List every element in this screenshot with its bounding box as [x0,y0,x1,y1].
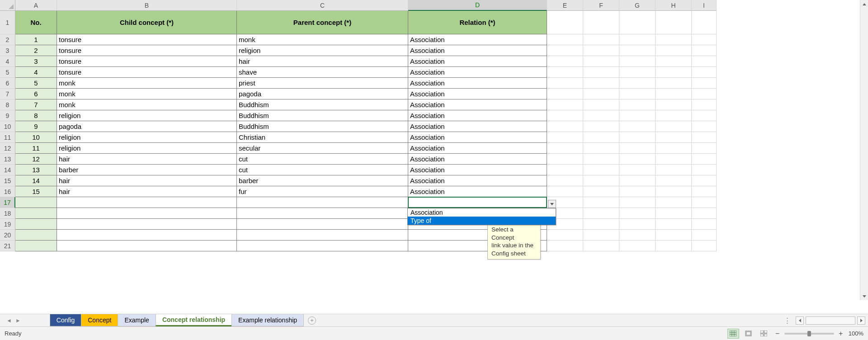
data-cell-r12-c5[interactable] [583,154,619,165]
data-cell-r11-c4[interactable] [547,143,583,154]
data-cell-r12-c2[interactable]: cut [237,154,408,165]
vertical-scrollbar[interactable] [860,0,868,300]
select-all-corner[interactable] [0,0,15,11]
empty-cell-r16-c6[interactable] [619,197,656,208]
data-cell-r5-c6[interactable] [619,78,656,89]
cell[interactable] [547,11,583,34]
data-cell-r9-c7[interactable] [656,121,692,132]
cell[interactable] [619,11,656,34]
data-cell-r4-c5[interactable] [583,67,619,78]
data-cell-r1-c4[interactable] [547,34,583,45]
tab-config[interactable]: Config [50,314,81,326]
hscroll-right-button[interactable] [857,316,865,325]
data-cell-r3-c8[interactable] [692,56,717,67]
data-cell-r15-c3[interactable]: Association [408,186,547,197]
data-cell-r3-c2[interactable]: hair [237,56,408,67]
empty-cell-r19-c1[interactable] [57,230,237,241]
tab-concept-relationship[interactable]: Concept relationship [156,314,232,326]
data-cell-r15-c8[interactable] [692,186,717,197]
empty-cell-r16-c1[interactable] [57,197,237,208]
data-cell-r14-c1[interactable]: hair [57,175,237,186]
data-cell-r1-c0[interactable]: 1 [15,34,57,45]
empty-cell-r20-c4[interactable] [547,241,583,251]
data-cell-r10-c7[interactable] [656,132,692,143]
empty-cell-r18-c0[interactable] [15,219,57,230]
tab-nav-prev-icon[interactable]: ◄ [6,317,12,324]
data-cell-r1-c6[interactable] [619,34,656,45]
data-cell-r8-c8[interactable] [692,110,717,121]
data-cell-r10-c4[interactable] [547,132,583,143]
row-header-18[interactable]: 18 [0,208,15,219]
data-cell-r2-c6[interactable] [619,45,656,56]
tab-nav-next-icon[interactable]: ► [15,317,21,324]
data-cell-r2-c8[interactable] [692,45,717,56]
data-cell-r13-c7[interactable] [656,165,692,175]
data-cell-r11-c2[interactable]: secular [237,143,408,154]
data-cell-r12-c1[interactable]: hair [57,154,237,165]
column-header-B[interactable]: B [57,0,237,11]
data-cell-r14-c6[interactable] [619,175,656,186]
data-cell-r9-c1[interactable]: pagoda [57,121,237,132]
row-header-10[interactable]: 10 [0,121,15,132]
data-cell-r5-c5[interactable] [583,78,619,89]
data-cell-r9-c6[interactable] [619,121,656,132]
zoom-out-button[interactable]: − [774,330,782,338]
data-cell-r15-c7[interactable] [656,186,692,197]
empty-cell-r20-c8[interactable] [692,241,717,251]
data-cell-r14-c3[interactable]: Association [408,175,547,186]
data-cell-r6-c5[interactable] [583,89,619,99]
data-cell-r4-c0[interactable]: 4 [15,67,57,78]
data-cell-r5-c2[interactable]: priest [237,78,408,89]
empty-cell-r19-c4[interactable] [547,230,583,241]
cell[interactable] [692,11,717,34]
data-cell-r15-c0[interactable]: 15 [15,186,57,197]
empty-cell-r16-c8[interactable] [692,197,717,208]
column-header-E[interactable]: E [547,0,583,11]
data-cell-r9-c5[interactable] [583,121,619,132]
data-cell-r14-c4[interactable] [547,175,583,186]
data-cell-r1-c8[interactable] [692,34,717,45]
empty-cell-r17-c1[interactable] [57,208,237,219]
data-cell-r4-c6[interactable] [619,67,656,78]
data-cell-r7-c4[interactable] [547,99,583,110]
zoom-track[interactable] [784,333,834,335]
data-cell-r6-c2[interactable]: pagoda [237,89,408,99]
data-cell-r9-c3[interactable]: Association [408,121,547,132]
data-cell-r5-c1[interactable]: monk [57,78,237,89]
empty-cell-r16-c2[interactable] [237,197,408,208]
row-header-14[interactable]: 14 [0,165,15,175]
zoom-percent-label[interactable]: 100% [849,330,863,337]
tab-concept[interactable]: Concept [81,314,118,326]
data-cell-r13-c3[interactable]: Association [408,165,547,175]
tab-example-relationship[interactable]: Example relationship [231,314,304,326]
validation-dropdown-list[interactable]: AssociationType of [407,208,556,225]
data-cell-r12-c0[interactable]: 12 [15,154,57,165]
header-cell-3[interactable]: Relation (*) [408,11,547,34]
row-header-1[interactable]: 1 [0,11,15,34]
validation-dropdown-button[interactable] [548,200,556,208]
dropdown-option-0[interactable]: Association [408,208,556,217]
data-cell-r15-c2[interactable]: fur [237,186,408,197]
data-cell-r10-c5[interactable] [583,132,619,143]
row-header-17[interactable]: 17 [0,197,15,208]
zoom-thumb[interactable] [807,331,811,336]
data-cell-r13-c6[interactable] [619,165,656,175]
row-header-12[interactable]: 12 [0,143,15,154]
data-cell-r6-c6[interactable] [619,89,656,99]
empty-cell-r17-c8[interactable] [692,208,717,219]
view-normal-button[interactable] [727,329,739,339]
zoom-in-button[interactable]: + [837,330,845,338]
empty-cell-r16-c5[interactable] [583,197,619,208]
data-cell-r14-c0[interactable]: 14 [15,175,57,186]
column-header-A[interactable]: A [15,0,57,11]
dropdown-option-1[interactable]: Type of [408,217,556,225]
row-header-15[interactable]: 15 [0,175,15,186]
empty-cell-r19-c7[interactable] [656,230,692,241]
data-cell-r14-c8[interactable] [692,175,717,186]
data-cell-r9-c0[interactable]: 9 [15,121,57,132]
empty-cell-r17-c7[interactable] [656,208,692,219]
empty-cell-r17-c6[interactable] [619,208,656,219]
empty-cell-r19-c0[interactable] [15,230,57,241]
data-cell-r13-c2[interactable]: cut [237,165,408,175]
empty-cell-r19-c8[interactable] [692,230,717,241]
